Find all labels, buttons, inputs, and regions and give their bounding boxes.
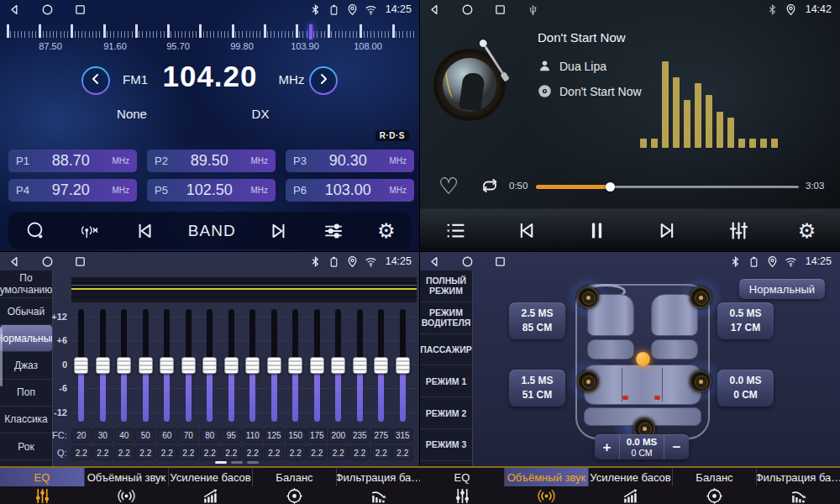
sound-profile-button[interactable]: Нормальный [739,279,825,299]
preset-button-p3[interactable]: P390.30MHz [286,150,414,172]
q-value[interactable]: 2.2 [243,446,263,460]
rear-right-delay-button[interactable]: 0.0 MS 0 CM [717,370,774,407]
eq-band-slider[interactable] [349,309,371,422]
recents-icon[interactable] [494,255,507,268]
q-value[interactable]: 2.2 [392,446,412,460]
seek-knob[interactable] [606,182,615,192]
q-value[interactable]: 2.2 [178,446,198,460]
scan-search-icon[interactable] [24,220,46,242]
tune-down-button[interactable] [81,66,110,95]
mode-item[interactable]: РЕЖИМ 3 [420,429,472,461]
slider-knob[interactable] [267,357,281,374]
fc-value[interactable]: 125 [264,428,284,443]
tab-balance[interactable]: Баланс [252,468,336,504]
fc-value[interactable]: 315 [392,428,412,443]
tune-up-button[interactable] [309,66,338,95]
tab-eq[interactable]: EQ [0,468,84,504]
decrease-delay-button[interactable]: − [664,435,689,459]
tab-eq[interactable]: EQ [420,468,504,504]
q-value[interactable]: 2.2 [307,446,327,460]
home-icon[interactable] [41,3,54,16]
listener-position-dot[interactable] [636,352,650,366]
band-button[interactable]: BAND [188,222,236,240]
slider-knob[interactable] [181,357,196,374]
slider-knob[interactable] [353,357,367,374]
frequency-dial[interactable]: 87.5091.6095.7099.80103.90108.00 [7,23,413,53]
previous-station-icon[interactable] [134,220,155,242]
home-icon[interactable] [461,3,474,16]
q-value[interactable]: 2.2 [328,446,349,460]
slider-knob[interactable] [117,357,131,374]
recents-icon[interactable] [494,3,507,16]
home-icon[interactable] [461,255,474,268]
slider-knob[interactable] [374,357,388,374]
eq-preset-item[interactable]: Рок [0,433,52,460]
q-value[interactable]: 2.2 [157,446,177,460]
mode-item[interactable]: ПОЛНЫЙ РЕЖИМ [420,270,472,302]
back-icon[interactable] [8,3,21,16]
preset-button-p4[interactable]: P497.20MHz [8,179,137,202]
playlist-icon[interactable] [444,219,467,242]
slider-knob[interactable] [396,357,410,374]
preset-button-p5[interactable]: P5102.50MHz [147,179,276,202]
eq-band-slider[interactable] [156,309,178,422]
tab-surround[interactable]: Объёмный звук [504,468,588,504]
fc-value[interactable]: 150 [286,428,306,443]
back-icon[interactable] [428,3,441,16]
q-value[interactable]: 2.2 [71,446,92,460]
eq-band-slider[interactable] [264,309,286,422]
slider-knob[interactable] [245,357,260,374]
front-right-delay-button[interactable]: 0.5 MS 17 CM [717,302,774,339]
fc-value[interactable]: 60 [157,428,177,443]
recents-icon[interactable] [74,3,87,16]
fc-value[interactable]: 110 [243,428,263,443]
eq-band-slider[interactable] [392,309,414,422]
slider-knob[interactable] [74,357,88,374]
front-left-speaker-icon[interactable] [577,286,599,308]
front-left-delay-button[interactable]: 2.5 MS 85 CM [509,302,565,339]
eq-band-slider[interactable] [71,309,92,422]
tab-bass-boost[interactable]: Усиление басов [168,468,252,504]
rear-right-speaker-icon[interactable] [690,370,711,392]
eq-band-slider[interactable] [370,309,392,422]
eq-band-slider[interactable] [221,309,243,422]
sidebar-scrollbar[interactable] [0,328,3,386]
eq-band-slider[interactable] [242,309,264,422]
eq-band-slider[interactable] [307,309,328,422]
fc-value[interactable]: 275 [371,428,391,443]
slider-knob[interactable] [160,357,174,374]
q-value[interactable]: 2.2 [221,446,241,460]
slider-knob[interactable] [224,357,239,374]
scroll-indicator[interactable] [215,461,227,464]
broadcast-icon[interactable] [79,220,101,242]
tab-bass-boost[interactable]: Усиление басов [588,468,672,504]
equalizer-sliders-icon[interactable] [727,219,750,242]
q-value[interactable]: 2.2 [92,446,113,460]
tune-sliders-icon[interactable] [323,220,344,242]
q-value[interactable]: 2.2 [200,446,220,460]
q-value[interactable]: 2.2 [264,446,284,460]
preset-button-p2[interactable]: P289.50MHz [147,150,276,172]
fc-value[interactable]: 20 [71,428,92,443]
eq-band-slider[interactable] [199,309,221,422]
mode-item[interactable]: РЕЖИМ 2 [420,397,472,429]
rear-left-delay-button[interactable]: 1.5 MS 51 CM [509,370,565,407]
fc-value[interactable]: 175 [307,428,327,443]
rear-left-speaker-icon[interactable] [577,370,599,392]
slider-knob[interactable] [202,357,217,374]
next-track-icon[interactable] [656,219,679,242]
back-icon[interactable] [8,255,21,268]
slider-knob[interactable] [288,357,302,374]
mode-item[interactable]: РЕЖИМ 1 [420,365,472,397]
q-value[interactable]: 2.2 [286,446,306,460]
increase-delay-button[interactable]: + [595,435,619,459]
slider-knob[interactable] [331,357,345,374]
eq-band-slider[interactable] [113,309,135,422]
next-station-icon[interactable] [268,220,290,242]
eq-band-slider[interactable] [178,309,200,422]
seek-bar[interactable] [536,186,799,188]
q-value[interactable]: 2.2 [135,446,155,460]
eq-preset-item[interactable]: По умолчанию [0,270,52,298]
preset-button-p6[interactable]: P6103.00MHz [286,179,414,202]
preset-button-p1[interactable]: P188.70MHz [8,150,137,172]
